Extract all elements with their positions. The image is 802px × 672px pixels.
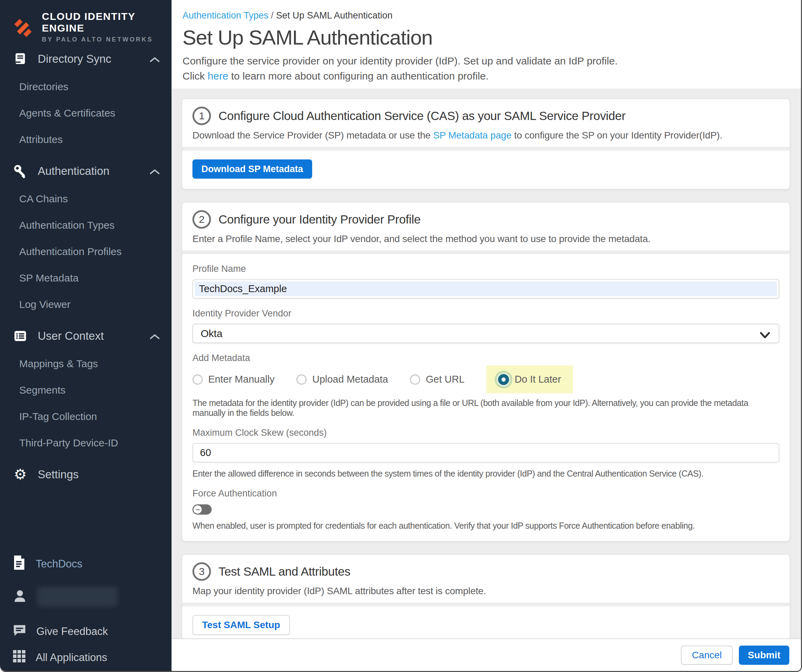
profile-name-input[interactable]: TechDocs_Example <box>192 279 779 299</box>
sidebar-item-techdocs[interactable]: TechDocs <box>0 552 171 576</box>
action-bar: Cancel Submit <box>171 638 801 671</box>
radio-icon <box>410 375 420 385</box>
grid-icon <box>12 649 26 666</box>
sidebar-section-label: Directory Sync <box>38 52 150 66</box>
content-area: 1 Configure Cloud Authentication Service… <box>171 89 801 638</box>
card-divider <box>182 250 790 254</box>
breadcrumb-current: Set Up SAML Authentication <box>276 10 393 21</box>
radio-selected-icon <box>498 374 509 385</box>
sidebar-item-ip-tag-collection[interactable]: IP-Tag Collection <box>0 403 171 430</box>
identity-provider-vendor-select[interactable]: Okta <box>192 324 779 343</box>
chevron-up-icon <box>150 165 160 178</box>
palo-alto-logo-icon <box>12 15 34 39</box>
profile-name-field: Profile Name TechDocs_Example <box>192 264 779 299</box>
sidebar-section-label: Settings <box>38 468 160 481</box>
sidebar-section-directory-sync[interactable]: Directory Sync <box>0 45 171 73</box>
sidebar-item-authentication-types[interactable]: Authentication Types <box>0 212 171 238</box>
step1-description: Download the Service Provider (SP) metad… <box>192 130 779 141</box>
profile-name-label: Profile Name <box>192 264 779 274</box>
sp-metadata-page-link[interactable]: SP Metadata page <box>433 130 511 141</box>
sidebar-section-settings[interactable]: ⚙ Settings <box>0 460 171 489</box>
breadcrumb: Authentication Types / Set Up SAML Authe… <box>183 10 789 21</box>
card-divider <box>182 603 790 606</box>
add-metadata-label: Add Metadata <box>192 353 779 363</box>
toggle-knob <box>194 506 202 514</box>
sidebar-item-attributes[interactable]: Attributes <box>0 126 171 153</box>
force-authentication-hint: When enabled, user is prompted for crede… <box>192 521 779 531</box>
chevron-down-icon <box>760 330 770 341</box>
step3-number-badge: 3 <box>192 562 211 581</box>
add-metadata-radio-group: Enter Manually Upload Metadata Get URL <box>192 365 779 393</box>
breadcrumb-link-authentication-types[interactable]: Authentication Types <box>183 10 268 21</box>
radio-option-do-it-later[interactable]: Do It Later <box>487 365 572 393</box>
sidebar-item-ca-chains[interactable]: CA Chains <box>0 186 171 212</box>
chevron-up-icon <box>150 52 160 66</box>
sidebar-item-mappings-tags[interactable]: Mappings & Tags <box>0 351 171 377</box>
identity-provider-vendor-field: Identity Provider Vendor Okta <box>192 308 779 343</box>
chevron-up-icon <box>150 330 160 342</box>
download-sp-metadata-button[interactable]: Download SP Metadata <box>192 160 312 179</box>
sidebar-section-label: User Context <box>38 330 150 342</box>
sidebar-item-segments[interactable]: Segments <box>0 377 171 403</box>
sidebar-section-authentication[interactable]: Authentication <box>0 157 171 186</box>
book-icon <box>12 52 28 66</box>
sidebar-item-user-account[interactable] <box>0 583 171 610</box>
sidebar-item-authentication-profiles[interactable]: Authentication Profiles <box>0 238 171 265</box>
card-divider <box>182 147 790 150</box>
sidebar-item-give-feedback[interactable]: Give Feedback <box>0 620 171 643</box>
page-header: Authentication Types / Set Up SAML Authe… <box>171 0 801 89</box>
step2-title: Configure your Identity Provider Profile <box>218 213 420 226</box>
add-metadata-hint: The metadata for the identity provider (… <box>192 398 779 418</box>
step1-title: Configure Cloud Authentication Service (… <box>218 109 626 123</box>
app-subtitle: BY PALO ALTO NETWORKS <box>42 36 171 43</box>
step1-card: 1 Configure Cloud Authentication Service… <box>182 99 790 189</box>
sidebar-item-agents-certificates[interactable]: Agents & Certificates <box>0 100 171 126</box>
radio-icon <box>192 375 203 385</box>
force-authentication-label: Force Authentication <box>192 488 779 499</box>
feedback-icon <box>12 623 27 640</box>
force-authentication-field: Force Authentication When enabled, user … <box>192 488 779 531</box>
app-logo: CLOUD IDENTITY ENGINE BY PALO ALTO NETWO… <box>0 0 171 45</box>
gear-icon: ⚙ <box>12 467 28 482</box>
radio-option-get-url[interactable]: Get URL <box>410 374 464 385</box>
step3-card: 3 Test SAML and Attributes Map your iden… <box>182 554 790 638</box>
step3-title: Test SAML and Attributes <box>218 565 350 578</box>
test-saml-setup-button[interactable]: Test SAML Setup <box>192 615 290 635</box>
page-title: Set Up SAML Authentication <box>183 26 789 49</box>
radio-option-enter-manually[interactable]: Enter Manually <box>192 374 275 385</box>
clock-skew-input[interactable]: 60 <box>192 443 779 462</box>
sidebar-section-user-context[interactable]: User Context <box>0 321 171 351</box>
clock-skew-field: Maximum Clock Skew (seconds) 60 Enter th… <box>192 428 779 479</box>
clock-skew-label: Maximum Clock Skew (seconds) <box>192 428 779 438</box>
list-icon <box>12 329 28 343</box>
step1-number-badge: 1 <box>192 107 211 125</box>
user-icon <box>12 588 27 605</box>
sidebar: CLOUD IDENTITY ENGINE BY PALO ALTO NETWO… <box>0 0 171 671</box>
learn-more-link[interactable]: here <box>207 70 228 82</box>
sidebar-item-directories[interactable]: Directories <box>0 73 171 100</box>
cancel-button[interactable]: Cancel <box>681 646 733 665</box>
sidebar-item-all-applications[interactable]: All Applications <box>0 646 171 669</box>
app-title: CLOUD IDENTITY ENGINE <box>42 11 171 34</box>
add-metadata-field: Add Metadata Enter Manually Upload Metad… <box>192 353 779 418</box>
step2-card: 2 Configure your Identity Provider Profi… <box>182 202 790 541</box>
sidebar-item-log-viewer[interactable]: Log Viewer <box>0 291 171 318</box>
document-icon <box>12 555 26 573</box>
sidebar-item-third-party-device-id[interactable]: Third-Party Device-ID <box>0 430 171 456</box>
step3-description: Map your identity provider (IdP) SAML at… <box>192 586 779 596</box>
app-window: CLOUD IDENTITY ENGINE BY PALO ALTO NETWO… <box>0 0 802 672</box>
sidebar-item-sp-metadata[interactable]: SP Metadata <box>0 265 171 291</box>
clock-skew-hint: Enter the allowed difference in seconds … <box>192 469 779 479</box>
identity-provider-vendor-label: Identity Provider Vendor <box>192 308 779 319</box>
key-icon <box>12 164 28 178</box>
step2-description: Enter a Profile Name, select your IdP ve… <box>192 234 779 244</box>
page-description: Configure the service provider on your i… <box>183 53 789 84</box>
step2-number-badge: 2 <box>192 210 211 229</box>
main-area: Authentication Types / Set Up SAML Authe… <box>171 0 801 671</box>
submit-button[interactable]: Submit <box>739 646 789 665</box>
radio-option-upload-metadata[interactable]: Upload Metadata <box>296 374 388 385</box>
sidebar-section-label: Authentication <box>38 165 150 178</box>
redacted-user-name <box>37 586 118 606</box>
force-authentication-toggle[interactable] <box>192 504 212 515</box>
radio-icon <box>296 375 307 385</box>
